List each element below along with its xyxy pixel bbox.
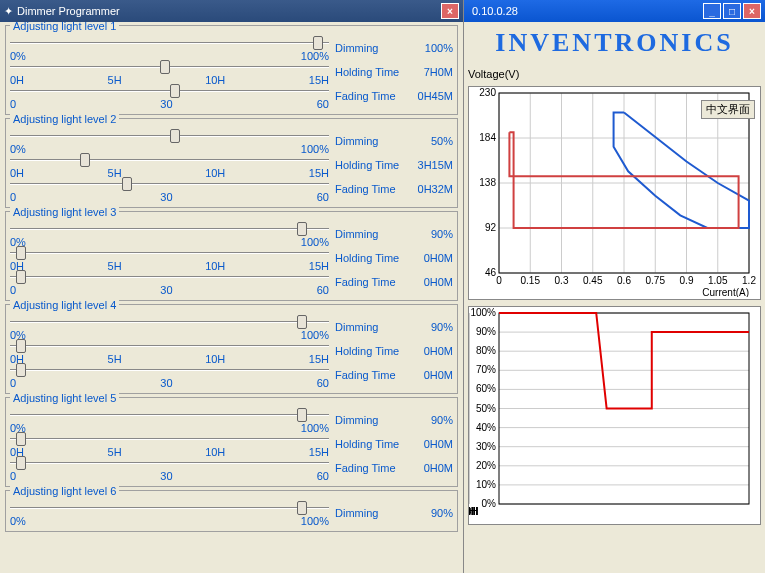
dimming-value: 50%: [413, 135, 453, 147]
group-legend: Adjusting light level 2: [10, 113, 119, 125]
titlebar-left[interactable]: ✦ Dimmer Programmer ×: [0, 0, 463, 22]
fading-label: Fading Time: [335, 90, 413, 102]
dimming-slider[interactable]: [10, 220, 329, 236]
scale-tick: 30: [160, 191, 172, 203]
holding-value: 0H0M: [413, 345, 453, 357]
group-legend: Adjusting light level 5: [10, 392, 119, 404]
scale-tick: 60: [317, 284, 329, 296]
svg-text:Current(A): Current(A): [702, 287, 749, 297]
brand-logo: INVENTRONICS: [468, 28, 761, 58]
chart1-ylabel: Voltage(V): [468, 68, 519, 80]
window-title: 0.10.0.28: [468, 5, 701, 17]
fading-slider[interactable]: [10, 361, 329, 377]
fading-label: Fading Time: [335, 369, 413, 381]
holding-slider[interactable]: [10, 430, 329, 446]
dimming-label: Dimming: [335, 414, 413, 426]
svg-text:50%: 50%: [476, 403, 496, 414]
holding-value: 3H15M: [413, 159, 453, 171]
svg-text:184: 184: [479, 132, 496, 143]
scale-tick: 0%: [10, 515, 26, 527]
fading-slider[interactable]: [10, 268, 329, 284]
holding-label: Holding Time: [335, 345, 413, 357]
close-button[interactable]: ×: [743, 3, 761, 19]
holding-label: Holding Time: [335, 438, 413, 450]
fading-slider[interactable]: [10, 82, 329, 98]
level-group-6: Adjusting light level 60%100%Dimming90%: [5, 490, 458, 532]
fading-slider[interactable]: [10, 454, 329, 470]
holding-slider[interactable]: [10, 58, 329, 74]
fading-value: 0H45M: [413, 90, 453, 102]
maximize-button[interactable]: □: [723, 3, 741, 19]
scale-tick: 60: [317, 191, 329, 203]
holding-value: 0H0M: [413, 438, 453, 450]
fading-value: 0H0M: [413, 276, 453, 288]
svg-text:70%: 70%: [476, 364, 496, 375]
dimming-slider[interactable]: [10, 313, 329, 329]
scale-tick: 60: [317, 98, 329, 110]
dimming-slider[interactable]: [10, 34, 329, 50]
scale-tick: 60: [317, 470, 329, 482]
dimmer-programmer-window: ✦ Dimmer Programmer × Adjusting light le…: [0, 0, 464, 573]
svg-text:0.45: 0.45: [583, 275, 603, 286]
level-group-3: Adjusting light level 30%100%Dimming90%0…: [5, 211, 458, 301]
scale-tick: 0: [10, 377, 16, 389]
holding-slider[interactable]: [10, 337, 329, 353]
window-title: Dimmer Programmer: [13, 5, 439, 17]
dimming-label: Dimming: [335, 228, 413, 240]
group-legend: Adjusting light level 1: [10, 22, 119, 32]
scale-tick: 30: [160, 377, 172, 389]
fading-label: Fading Time: [335, 276, 413, 288]
holding-slider[interactable]: [10, 151, 329, 167]
dimming-label: Dimming: [335, 135, 413, 147]
svg-text:0: 0: [496, 275, 502, 286]
scale-tick: 60: [317, 377, 329, 389]
app-icon: ✦: [4, 5, 13, 18]
group-legend: Adjusting light level 4: [10, 299, 119, 311]
dimming-value: 90%: [413, 321, 453, 333]
dimming-value: 100%: [413, 42, 453, 54]
holding-value: 7H0M: [413, 66, 453, 78]
dimming-profile-chart: 0%10%20%30%40%50%60%70%80%90%100%0H2H4H6…: [468, 306, 761, 525]
svg-text:0.15: 0.15: [521, 275, 541, 286]
scale-tick: 30: [160, 98, 172, 110]
titlebar-right[interactable]: 0.10.0.28 _ □ ×: [464, 0, 765, 22]
svg-text:0.6: 0.6: [617, 275, 631, 286]
svg-text:0.75: 0.75: [646, 275, 666, 286]
dimming-label: Dimming: [335, 321, 413, 333]
minimize-button[interactable]: _: [703, 3, 721, 19]
scale-tick: 30: [160, 470, 172, 482]
svg-text:0.9: 0.9: [680, 275, 694, 286]
scale-tick: 0: [10, 191, 16, 203]
svg-text:92: 92: [485, 222, 497, 233]
holding-label: Holding Time: [335, 252, 413, 264]
fading-value: 0H32M: [413, 183, 453, 195]
fading-slider[interactable]: [10, 175, 329, 191]
dimming-label: Dimming: [335, 42, 413, 54]
scale-tick: 100%: [301, 515, 329, 527]
holding-label: Holding Time: [335, 66, 413, 78]
svg-text:0.3: 0.3: [555, 275, 569, 286]
close-button[interactable]: ×: [441, 3, 459, 19]
holding-value: 0H0M: [413, 252, 453, 264]
dimming-label: Dimming: [335, 507, 413, 519]
dimming-slider[interactable]: [10, 127, 329, 143]
svg-text:40%: 40%: [476, 422, 496, 433]
dimming-value: 90%: [413, 228, 453, 240]
level-group-2: Adjusting light level 20%100%Dimming50%0…: [5, 118, 458, 208]
svg-text:10%: 10%: [476, 479, 496, 490]
fading-value: 0H0M: [413, 462, 453, 474]
svg-text:100%: 100%: [470, 307, 496, 318]
scale-tick: 0: [10, 284, 16, 296]
fading-value: 0H0M: [413, 369, 453, 381]
levels-panel: Adjusting light level 10%100%Dimming100%…: [0, 22, 463, 573]
level-group-4: Adjusting light level 40%100%Dimming90%0…: [5, 304, 458, 394]
svg-text:80%: 80%: [476, 345, 496, 356]
holding-label: Holding Time: [335, 159, 413, 171]
svg-text:30%: 30%: [476, 441, 496, 452]
svg-text:46: 46: [485, 267, 497, 278]
language-button[interactable]: 中文界面: [701, 100, 755, 119]
dimming-slider[interactable]: [10, 499, 329, 515]
dimming-slider[interactable]: [10, 406, 329, 422]
scale-tick: 0: [10, 470, 16, 482]
holding-slider[interactable]: [10, 244, 329, 260]
